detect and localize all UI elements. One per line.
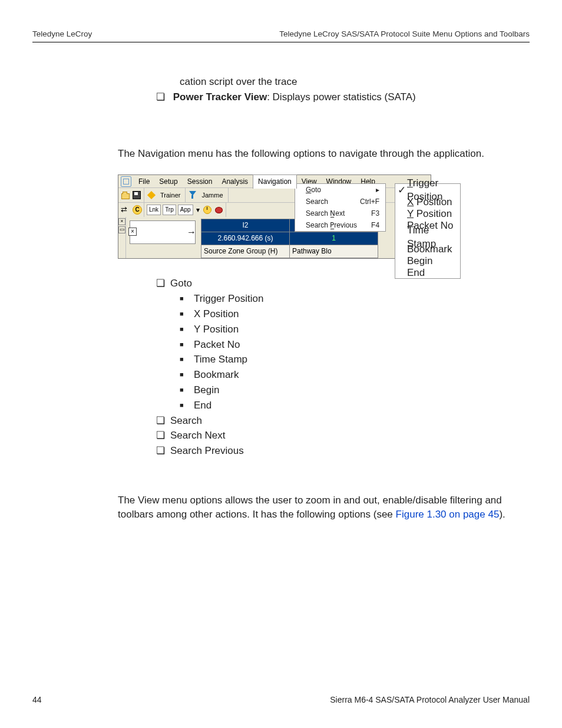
app-button[interactable]: App <box>178 205 193 215</box>
nav-search-next[interactable]: Search N̲extF3 <box>295 207 385 219</box>
figure-link[interactable]: Figure 1.30 on page 45 <box>396 509 500 520</box>
cell-path: Pathway Blo <box>289 245 378 258</box>
arrows-icon[interactable] <box>121 205 130 215</box>
menu-navigation[interactable]: Navigation <box>253 174 297 189</box>
cell-src: Source Zone Group (H) <box>201 245 290 258</box>
trainer-label: Trainer <box>158 191 183 200</box>
goto-submenu: Trigger Position X Position Y Position P… <box>395 183 461 279</box>
cell-i2: I2 <box>201 219 290 232</box>
page-number: 44 <box>32 695 42 704</box>
goto-trigger-position[interactable]: Trigger Position <box>395 184 460 196</box>
li-packet-no: Packet No <box>180 338 530 352</box>
header-right: Teledyne LeCroy SAS/SATA Protocol Suite … <box>279 29 530 38</box>
menu-analysis[interactable]: Analysis <box>217 175 253 189</box>
power-tracker-label: Power Tracker View <box>173 91 267 103</box>
li-search-next: Search Next <box>156 429 530 443</box>
panel-icon[interactable]: ▭ <box>118 226 125 233</box>
port-box <box>130 220 196 244</box>
goto-bookmark[interactable]: Bookmark <box>395 243 460 255</box>
header-left: Teledyne LeCroy <box>32 29 92 38</box>
lnk-button[interactable]: Lnk <box>147 205 161 215</box>
jammer-label: Jamme <box>199 191 225 200</box>
close-panel-icon[interactable]: × <box>118 218 125 225</box>
menu-file[interactable]: File <box>134 175 154 189</box>
goto-x-position[interactable]: X Position <box>395 196 460 207</box>
clock-icon[interactable] <box>203 205 212 215</box>
nav-search-prev[interactable]: Search P̲reviousF4 <box>295 219 385 231</box>
trp-button[interactable]: Trp <box>163 205 176 215</box>
circle-c-icon[interactable] <box>132 205 141 215</box>
nav-goto[interactable]: Goto <box>295 184 385 196</box>
goto-begin[interactable]: Begin <box>395 255 460 266</box>
li-end: End <box>180 398 530 413</box>
save-icon[interactable] <box>132 190 141 200</box>
menu-session[interactable]: Session <box>183 175 217 189</box>
goto-time-stamp[interactable]: Time Stamp <box>395 231 460 243</box>
app-logo-icon <box>121 176 131 187</box>
cell-one: 1 <box>289 232 378 245</box>
footer-title: Sierra M6-4 SAS/SATA Protocol Analyzer U… <box>330 695 530 704</box>
power-tracker-desc: : Displays power statistics (SATA) <box>267 91 416 103</box>
funnel-icon[interactable] <box>188 190 197 200</box>
cell-time: 2.660.942.666 (s) <box>201 232 290 245</box>
navigation-dropdown: Goto SearchCtrl+F Search N̲extF3 Search … <box>295 183 386 232</box>
nav-search[interactable]: SearchCtrl+F <box>295 196 385 207</box>
continued-line: cation script over the trace <box>180 75 530 89</box>
li-trigger-position: Trigger Position <box>180 292 530 306</box>
nav-paragraph: The Navigation menu has the following op… <box>118 147 530 161</box>
view-paragraph: The View menu options allows the user to… <box>118 493 530 522</box>
li-y-position: Y Position <box>180 322 530 337</box>
power-tracker-item: Power Tracker View: Displays power stati… <box>156 90 530 104</box>
diamond-icon[interactable] <box>147 190 156 200</box>
goto-y-position[interactable]: Y Position <box>395 207 460 219</box>
li-x-position: X Position <box>180 307 530 321</box>
li-time-stamp: Time Stamp <box>180 353 530 367</box>
li-search-previous: Search Previous <box>156 444 530 458</box>
open-icon[interactable] <box>121 190 130 200</box>
li-goto: Goto <box>156 276 530 291</box>
li-bookmark: Bookmark <box>180 368 530 382</box>
menu-setup[interactable]: Setup <box>154 175 182 189</box>
goto-end[interactable]: End <box>395 266 460 278</box>
x-box-icon[interactable]: × <box>128 228 137 236</box>
li-search: Search <box>156 414 530 428</box>
bug-icon[interactable] <box>214 205 223 215</box>
li-begin: Begin <box>180 383 530 397</box>
